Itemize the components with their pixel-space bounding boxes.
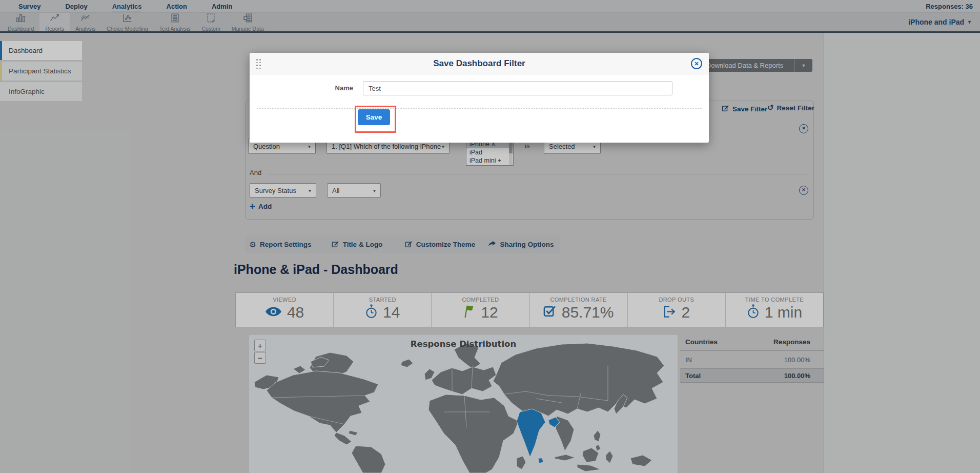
modal-divider xyxy=(257,108,702,109)
filter-name-input[interactable] xyxy=(363,81,672,95)
save-dashboard-filter-modal: Save Dashboard Filter ✕ Name Save xyxy=(250,53,709,143)
annotation-highlight-box xyxy=(355,106,396,133)
name-field-label: Name xyxy=(326,84,353,92)
drag-handle-icon[interactable] xyxy=(256,59,261,69)
modal-title: Save Dashboard Filter xyxy=(250,53,709,74)
close-icon[interactable]: ✕ xyxy=(691,58,702,69)
